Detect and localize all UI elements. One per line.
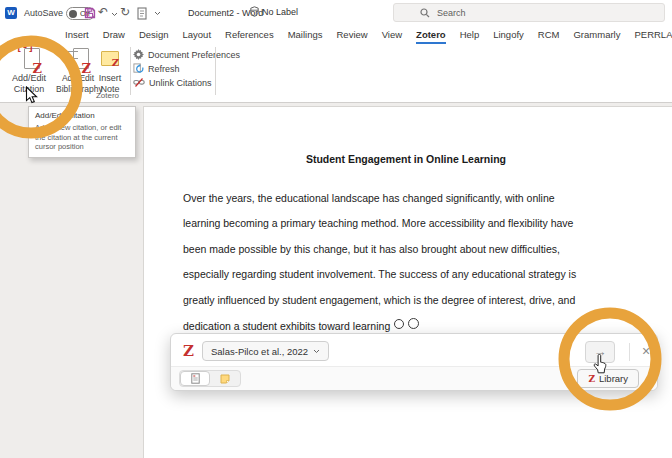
zotero-logo: Z [183, 342, 194, 360]
redo-icon[interactable]: ↻ [120, 5, 130, 20]
zotero-library-icon: Z [588, 374, 595, 384]
tab-mailings[interactable]: Mailings [288, 29, 323, 44]
shield-icon [250, 6, 259, 17]
ribbon-separator [130, 47, 131, 95]
titlebar: W AutoSave Off ↶ ↻ Document2 - Word No L… [0, 0, 672, 26]
search-icon [420, 8, 430, 18]
refresh-label: Refresh [148, 64, 180, 74]
tab-layout[interactable]: Layout [183, 29, 212, 44]
autosave-label: AutoSave [24, 8, 63, 18]
tooltip-body: Add a new citation, or edit the citation… [35, 123, 129, 152]
zotero-citation-dialog: Z Salas-Pilco et al., 2022 → × [170, 333, 658, 391]
print-preview-icon[interactable] [137, 7, 148, 20]
close-dialog-button[interactable]: × [637, 341, 655, 361]
refresh-icon [133, 63, 144, 74]
ribbon-group-separator [215, 47, 216, 95]
unlink-citations-button[interactable]: Unlink Citations [133, 76, 212, 89]
word-window: W AutoSave Off ↶ ↻ Document2 - Word No L… [0, 0, 672, 458]
library-button-label: Library [599, 373, 628, 384]
open-library-button[interactable]: Z Library [577, 369, 639, 388]
document-preferences-label: Document Preferences [148, 50, 240, 60]
sensitivity-badge[interactable]: No Label [250, 6, 298, 17]
word-app-icon[interactable]: W [5, 7, 17, 19]
unlink-icon [133, 77, 145, 88]
search-placeholder: Search [437, 8, 466, 18]
citation-chip[interactable]: Salas-Pilco et al., 2022 [202, 341, 329, 361]
add-edit-citation-tooltip: Add/Edit Citation Add a new citation, or… [28, 106, 136, 158]
paragraph-line: been made possible by this change, but i… [183, 243, 560, 255]
citation-bubble-icon [408, 318, 419, 329]
document-list-icon [191, 373, 200, 384]
document-heading: Student Engagement in Online Learning [183, 153, 629, 165]
sensitivity-label: No Label [262, 7, 298, 17]
dialog-divider [629, 343, 630, 361]
ribbon-tab-bar: Insert Draw Design Layout References Mai… [0, 26, 672, 44]
citation-dialog-input-row: Z Salas-Pilco et al., 2022 → × [171, 334, 657, 368]
insert-note-button[interactable]: Z Insert Note [92, 45, 128, 97]
qat-more-icon[interactable] [154, 11, 161, 16]
add-edit-citation-label-1: Add/Edit [2, 73, 56, 84]
ribbon-zotero: [-] Z Add/Edit Citation Z Add/Edit Bibli… [0, 44, 672, 103]
citation-bubble-icon [394, 319, 404, 329]
add-edit-citation-icon: [-] Z [16, 45, 42, 71]
insert-note-icon: Z [101, 51, 119, 66]
paragraph-line: greatly influenced by student engagement… [183, 294, 575, 306]
undo-icon[interactable]: ↶ [98, 5, 108, 20]
tab-grammarly[interactable]: Grammarly [573, 29, 620, 44]
close-icon: × [642, 343, 650, 359]
paragraph-line: learning becoming a primary teaching met… [183, 217, 573, 229]
accept-citation-button[interactable]: → [585, 341, 615, 363]
tab-review[interactable]: Review [337, 29, 368, 44]
list-view-button[interactable] [180, 371, 210, 386]
search-input[interactable]: Search [393, 3, 665, 22]
tab-zotero[interactable]: Zotero [416, 29, 446, 44]
tab-design[interactable]: Design [139, 29, 169, 44]
tab-perrla[interactable]: PERRLA [634, 29, 672, 44]
view-mode-switch [179, 370, 241, 387]
paragraph-line: Over the years, the educational landscap… [183, 192, 555, 204]
tab-help[interactable]: Help [460, 29, 480, 44]
tab-rcm[interactable]: RCM [538, 29, 560, 44]
sticky-note-icon [220, 374, 230, 384]
tab-references[interactable]: References [225, 29, 274, 44]
chevron-down-icon [313, 349, 320, 354]
refresh-button[interactable]: Refresh [133, 62, 180, 75]
paragraph-line: especially regarding student involvement… [183, 268, 576, 280]
undo-dropdown-icon[interactable] [111, 12, 118, 17]
tab-draw[interactable]: Draw [103, 29, 125, 44]
paragraph-line: dedication a student exhibits toward lea… [183, 319, 419, 332]
note-view-button[interactable] [210, 371, 240, 386]
tab-lingofy[interactable]: Lingofy [493, 29, 524, 44]
arrow-right-icon: → [594, 344, 607, 359]
paragraph-line-text: dedication a student exhibits toward lea… [183, 320, 390, 332]
tooltip-title: Add/Edit Citation [35, 111, 129, 120]
gear-icon [133, 49, 144, 60]
tab-insert[interactable]: Insert [65, 29, 89, 44]
citation-dialog-toolbar: Z Library [171, 366, 657, 390]
add-edit-citation-button[interactable]: [-] Z Add/Edit Citation [2, 45, 56, 97]
zotero-group-label: Zotero [0, 91, 215, 100]
citation-chip-label: Salas-Pilco et al., 2022 [211, 346, 308, 357]
add-edit-bibliography-icon: Z [65, 45, 91, 71]
insert-note-label-1: Insert [92, 73, 128, 84]
tab-view[interactable]: View [382, 29, 402, 44]
document-page[interactable]: Student Engagement in Online Learning Ov… [143, 106, 672, 458]
document-preferences-button[interactable]: Document Preferences [133, 48, 240, 61]
save-icon[interactable] [84, 7, 96, 19]
unlink-citations-label: Unlink Citations [149, 78, 212, 88]
toggle-knob-icon [69, 10, 77, 18]
